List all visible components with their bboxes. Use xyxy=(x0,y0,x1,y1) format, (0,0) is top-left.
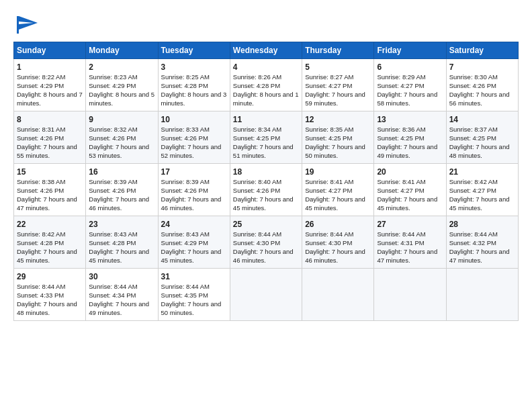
sunrise-text: Sunrise: 8:37 AM xyxy=(449,126,515,134)
daylight-text: Daylight: 7 hours and 49 minutes. xyxy=(89,300,154,318)
daylight-text: Daylight: 7 hours and 45 minutes. xyxy=(161,248,227,265)
day-cell: 31Sunrise: 8:44 AMSunset: 4:35 PMDayligh… xyxy=(158,269,230,321)
day-number: 5 xyxy=(305,62,371,73)
day-cell: 6Sunrise: 8:29 AMSunset: 4:27 PMDaylight… xyxy=(374,59,446,111)
day-number: 7 xyxy=(449,62,515,73)
day-cell: 2Sunrise: 8:23 AMSunset: 4:29 PMDaylight… xyxy=(86,59,158,111)
sunrise-text: Sunrise: 8:42 AM xyxy=(449,178,515,187)
sunset-text: Sunset: 4:26 PM xyxy=(161,187,227,195)
day-cell: 19Sunrise: 8:41 AMSunset: 4:27 PMDayligh… xyxy=(302,164,374,216)
sunrise-text: Sunrise: 8:25 AM xyxy=(161,73,227,82)
sunset-text: Sunset: 4:31 PM xyxy=(377,239,443,248)
week-row-2: 8Sunrise: 8:31 AMSunset: 4:26 PMDaylight… xyxy=(14,111,519,164)
daylight-text: Daylight: 7 hours and 53 minutes. xyxy=(89,143,154,161)
sunset-text: Sunset: 4:27 PM xyxy=(449,187,515,195)
day-cell: 7Sunrise: 8:30 AMSunset: 4:26 PMDaylight… xyxy=(446,59,518,111)
sunset-text: Sunset: 4:34 PM xyxy=(89,291,154,300)
day-number: 23 xyxy=(89,219,154,230)
day-number: 28 xyxy=(449,219,515,230)
day-cell: 22Sunrise: 8:42 AMSunset: 4:28 PMDayligh… xyxy=(14,216,86,269)
sunset-text: Sunset: 4:25 PM xyxy=(377,134,443,143)
day-cell: 15Sunrise: 8:38 AMSunset: 4:26 PMDayligh… xyxy=(14,164,86,216)
sunrise-text: Sunrise: 8:44 AM xyxy=(449,230,515,239)
day-number: 24 xyxy=(161,219,227,230)
sunset-text: Sunset: 4:28 PM xyxy=(161,82,227,91)
day-cell: 16Sunrise: 8:39 AMSunset: 4:26 PMDayligh… xyxy=(86,164,158,216)
day-number: 1 xyxy=(17,62,83,73)
sunset-text: Sunset: 4:26 PM xyxy=(89,187,154,195)
day-cell xyxy=(446,269,518,321)
day-cell: 1Sunrise: 8:22 AMSunset: 4:29 PMDaylight… xyxy=(14,59,86,111)
calendar-header-row: SundayMondayTuesdayWednesdayThursdayFrid… xyxy=(14,42,519,59)
daylight-text: Daylight: 7 hours and 56 minutes. xyxy=(449,91,515,108)
day-number: 2 xyxy=(89,62,154,73)
sunset-text: Sunset: 4:25 PM xyxy=(305,134,371,143)
day-cell: 5Sunrise: 8:27 AMSunset: 4:27 PMDaylight… xyxy=(302,59,374,111)
daylight-text: Daylight: 7 hours and 55 minutes. xyxy=(17,143,83,161)
daylight-text: Daylight: 7 hours and 46 minutes. xyxy=(89,195,154,213)
sunrise-text: Sunrise: 8:44 AM xyxy=(161,283,227,291)
day-number: 27 xyxy=(377,219,443,230)
calendar-table: SundayMondayTuesdayWednesdayThursdayFrid… xyxy=(13,42,519,321)
day-number: 3 xyxy=(161,62,227,73)
day-cell xyxy=(302,269,374,321)
sunrise-text: Sunrise: 8:36 AM xyxy=(377,126,443,134)
daylight-text: Daylight: 7 hours and 47 minutes. xyxy=(17,195,83,213)
day-cell: 28Sunrise: 8:44 AMSunset: 4:32 PMDayligh… xyxy=(446,216,518,269)
day-cell: 21Sunrise: 8:42 AMSunset: 4:27 PMDayligh… xyxy=(446,164,518,216)
daylight-text: Daylight: 7 hours and 45 minutes. xyxy=(305,195,371,213)
sunrise-text: Sunrise: 8:42 AM xyxy=(17,230,83,239)
sunset-text: Sunset: 4:25 PM xyxy=(449,134,515,143)
sunrise-text: Sunrise: 8:41 AM xyxy=(377,178,443,187)
col-header-sunday: Sunday xyxy=(14,42,86,59)
daylight-text: Daylight: 7 hours and 58 minutes. xyxy=(377,91,443,108)
day-cell: 4Sunrise: 8:26 AMSunset: 4:28 PMDaylight… xyxy=(230,59,302,111)
daylight-text: Daylight: 8 hours and 1 minute. xyxy=(233,91,299,108)
sunrise-text: Sunrise: 8:27 AM xyxy=(305,73,371,82)
daylight-text: Daylight: 7 hours and 47 minutes. xyxy=(449,248,515,265)
day-number: 22 xyxy=(17,219,83,230)
day-cell: 9Sunrise: 8:32 AMSunset: 4:26 PMDaylight… xyxy=(86,111,158,164)
logo xyxy=(13,12,46,38)
day-cell: 8Sunrise: 8:31 AMSunset: 4:26 PMDaylight… xyxy=(14,111,86,164)
week-row-5: 29Sunrise: 8:44 AMSunset: 4:33 PMDayligh… xyxy=(14,269,519,321)
day-number: 17 xyxy=(161,167,227,177)
day-cell: 26Sunrise: 8:44 AMSunset: 4:30 PMDayligh… xyxy=(302,216,374,269)
sunrise-text: Sunrise: 8:31 AM xyxy=(17,126,83,134)
sunrise-text: Sunrise: 8:35 AM xyxy=(305,126,371,134)
sunrise-text: Sunrise: 8:38 AM xyxy=(17,178,83,187)
sunset-text: Sunset: 4:29 PM xyxy=(89,82,154,91)
day-number: 29 xyxy=(17,271,83,282)
sunrise-text: Sunrise: 8:43 AM xyxy=(161,230,227,239)
daylight-text: Daylight: 7 hours and 51 minutes. xyxy=(233,143,299,161)
day-cell: 27Sunrise: 8:44 AMSunset: 4:31 PMDayligh… xyxy=(374,216,446,269)
sunset-text: Sunset: 4:29 PM xyxy=(161,239,227,248)
day-cell: 10Sunrise: 8:33 AMSunset: 4:26 PMDayligh… xyxy=(158,111,230,164)
sunset-text: Sunset: 4:26 PM xyxy=(161,134,227,143)
header xyxy=(13,12,519,38)
daylight-text: Daylight: 8 hours and 5 minutes. xyxy=(89,91,154,108)
day-number: 8 xyxy=(17,114,83,125)
day-cell: 17Sunrise: 8:39 AMSunset: 4:26 PMDayligh… xyxy=(158,164,230,216)
day-cell: 25Sunrise: 8:44 AMSunset: 4:30 PMDayligh… xyxy=(230,216,302,269)
daylight-text: Daylight: 7 hours and 46 minutes. xyxy=(161,195,227,213)
sunset-text: Sunset: 4:27 PM xyxy=(305,187,371,195)
day-cell: 12Sunrise: 8:35 AMSunset: 4:25 PMDayligh… xyxy=(302,111,374,164)
sunset-text: Sunset: 4:26 PM xyxy=(89,134,154,143)
daylight-text: Daylight: 7 hours and 46 minutes. xyxy=(233,248,299,265)
sunset-text: Sunset: 4:26 PM xyxy=(233,187,299,195)
sunrise-text: Sunrise: 8:40 AM xyxy=(233,178,299,187)
sunset-text: Sunset: 4:35 PM xyxy=(161,291,227,300)
daylight-text: Daylight: 7 hours and 47 minutes. xyxy=(377,248,443,265)
day-number: 4 xyxy=(233,62,299,73)
daylight-text: Daylight: 7 hours and 59 minutes. xyxy=(305,91,371,108)
day-number: 16 xyxy=(89,167,154,177)
sunset-text: Sunset: 4:27 PM xyxy=(377,82,443,91)
logo-icon xyxy=(13,12,43,38)
sunrise-text: Sunrise: 8:44 AM xyxy=(305,230,371,239)
sunrise-text: Sunrise: 8:39 AM xyxy=(89,178,154,187)
day-cell: 23Sunrise: 8:43 AMSunset: 4:28 PMDayligh… xyxy=(86,216,158,269)
sunset-text: Sunset: 4:32 PM xyxy=(449,239,515,248)
sunrise-text: Sunrise: 8:22 AM xyxy=(17,73,83,82)
day-cell xyxy=(230,269,302,321)
